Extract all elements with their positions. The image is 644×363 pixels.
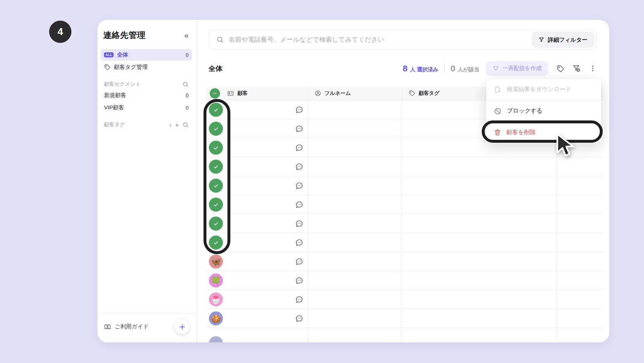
menu-item-label: 顧客を削除 bbox=[507, 129, 535, 136]
row-selected-check-icon[interactable] bbox=[209, 103, 223, 117]
table-cell-empty bbox=[308, 195, 402, 214]
collapse-sidebar-icon[interactable]: « bbox=[184, 31, 189, 40]
search-bar: 詳細フィルター bbox=[208, 30, 597, 50]
table-cell-empty bbox=[557, 328, 603, 342]
chat-bubble-icon[interactable] bbox=[295, 105, 304, 114]
table-cell-empty bbox=[308, 176, 402, 195]
row-selected-check-icon[interactable] bbox=[209, 160, 223, 174]
sidebar-item-count: 0 bbox=[186, 92, 189, 99]
usage-guide-label: ご利用ガイド bbox=[115, 323, 149, 330]
table-cell-empty bbox=[308, 100, 402, 119]
selected-label: 人 選択済み bbox=[410, 66, 438, 73]
table-cell-empty bbox=[402, 157, 557, 176]
row-avatar[interactable]: 🍧 bbox=[209, 292, 223, 306]
sidebar-item-count: 0 bbox=[186, 105, 189, 111]
table-row[interactable]: 🍪 bbox=[206, 309, 603, 328]
table-cell-empty bbox=[557, 176, 603, 195]
row-avatar[interactable]: 🦋 bbox=[209, 255, 223, 269]
list-toolbar: 全体 8 人 選択済み 0 人が該当 一斉配信を作成 bbox=[208, 59, 597, 78]
table-row[interactable]: 🍀 bbox=[206, 271, 603, 290]
matched-count-group: 0 人が該当 bbox=[450, 64, 479, 73]
sidebar: 連絡先管理 « ALL 全体 0 顧客タグ管理 顧客セグメント bbox=[97, 20, 197, 342]
table-row[interactable] bbox=[206, 233, 603, 252]
table-row[interactable]: 🍧 bbox=[206, 290, 603, 309]
row-selected-check-icon[interactable] bbox=[209, 217, 223, 231]
tag-icon bbox=[104, 64, 111, 71]
section-customer-segments: 顧客セグメント bbox=[101, 79, 192, 90]
sidebar-title: 連絡先管理 bbox=[103, 30, 146, 41]
row-avatar[interactable]: 🍪 bbox=[209, 311, 223, 325]
chat-bubble-icon[interactable] bbox=[295, 276, 304, 285]
table-cell-empty bbox=[308, 119, 402, 138]
chat-bubble-icon[interactable] bbox=[295, 200, 304, 209]
chat-bubble-icon[interactable] bbox=[295, 219, 304, 228]
open-book-icon bbox=[104, 323, 111, 330]
table-cell-empty bbox=[557, 195, 603, 214]
section-label: 顧客セグメント bbox=[104, 81, 141, 88]
menu-item-delete-customer[interactable]: 顧客を削除 bbox=[486, 122, 601, 143]
section-customer-tags: 顧客タグ › + bbox=[101, 119, 192, 130]
app-panel: 連絡先管理 « ALL 全体 0 顧客タグ管理 顧客セグメント bbox=[97, 20, 609, 342]
chat-bubble-icon[interactable] bbox=[295, 181, 304, 190]
block-icon bbox=[494, 107, 502, 115]
table-row[interactable] bbox=[206, 176, 603, 195]
create-broadcast-button[interactable]: 一斉配信を作成 bbox=[486, 61, 548, 76]
sidebar-item-label: 顧客タグ管理 bbox=[114, 64, 148, 71]
chat-bubble-icon[interactable] bbox=[295, 314, 304, 323]
chat-bubble-icon[interactable] bbox=[295, 295, 304, 304]
column-header-label: 顧客タグ bbox=[419, 90, 440, 97]
row-selected-check-icon[interactable] bbox=[209, 198, 223, 212]
sidebar-item-vip-customers[interactable]: VIP顧客 0 bbox=[101, 102, 192, 113]
table-row-partial[interactable] bbox=[206, 328, 603, 342]
filter-off-icon[interactable] bbox=[573, 64, 581, 73]
chat-bubble-icon[interactable] bbox=[295, 257, 304, 266]
row-selected-check-icon[interactable] bbox=[209, 179, 223, 193]
tag-action-icon[interactable] bbox=[556, 65, 564, 73]
row-selected-check-icon[interactable] bbox=[209, 122, 223, 136]
table-cell-empty bbox=[402, 328, 557, 342]
sidebar-item-all[interactable]: ALL 全体 0 bbox=[101, 49, 192, 61]
chat-bubble-icon[interactable] bbox=[295, 143, 304, 152]
table-cell-empty bbox=[308, 233, 402, 252]
chat-bubble-icon[interactable] bbox=[295, 162, 304, 171]
usage-guide-link[interactable]: ご利用ガイド bbox=[104, 323, 149, 330]
table-row[interactable] bbox=[206, 214, 603, 233]
table-row[interactable]: 🦋 bbox=[206, 252, 603, 271]
table-cell-empty bbox=[402, 252, 557, 271]
row-selected-check-icon[interactable] bbox=[209, 141, 223, 155]
table-cell-empty bbox=[308, 214, 402, 233]
sidebar-item-new-customers[interactable]: 新規顧客 0 bbox=[101, 90, 192, 101]
selected-count-group: 8 人 選択済み bbox=[403, 64, 439, 73]
table-cell-empty bbox=[402, 290, 557, 309]
sidebar-item-tag-management[interactable]: 顧客タグ管理 bbox=[101, 61, 192, 73]
toolbar-divider bbox=[444, 64, 445, 73]
main-content: 詳細フィルター 全体 8 人 選択済み 0 人が該当 一斉配 bbox=[197, 20, 609, 342]
contact-card-icon bbox=[227, 90, 234, 97]
advanced-filter-button[interactable]: 詳細フィルター bbox=[532, 32, 594, 48]
table-row[interactable] bbox=[206, 195, 603, 214]
column-header-label: 顧客 bbox=[237, 90, 248, 97]
trash-icon bbox=[494, 129, 501, 136]
row-avatar[interactable] bbox=[209, 336, 223, 342]
chat-bubble-icon[interactable] bbox=[295, 124, 304, 133]
table-cell-empty bbox=[402, 271, 557, 290]
menu-item-block[interactable]: ブロックする bbox=[486, 100, 601, 122]
table-cell-empty bbox=[557, 290, 603, 309]
table-row[interactable] bbox=[206, 157, 603, 176]
menu-item-download-results[interactable]: 検索結果をダウンロード bbox=[486, 79, 601, 100]
tag-search-icon[interactable] bbox=[182, 122, 189, 128]
row-avatar[interactable]: 🍀 bbox=[209, 273, 223, 288]
table-cell-empty bbox=[557, 233, 603, 252]
table-cell-empty bbox=[402, 233, 557, 252]
kebab-menu-icon[interactable] bbox=[589, 65, 597, 72]
chevron-right-icon[interactable]: › bbox=[169, 122, 171, 128]
add-contact-button[interactable] bbox=[175, 319, 189, 334]
matched-label: 人が該当 bbox=[458, 66, 479, 73]
chat-bubble-icon[interactable] bbox=[295, 238, 304, 247]
row-selected-check-icon[interactable] bbox=[209, 236, 223, 250]
sidebar-item-label: 新規顧客 bbox=[104, 92, 126, 99]
select-all-checkbox[interactable] bbox=[210, 88, 220, 99]
table-cell-empty bbox=[402, 176, 557, 195]
segment-search-icon[interactable] bbox=[182, 81, 189, 87]
add-tag-icon[interactable]: + bbox=[175, 122, 179, 128]
